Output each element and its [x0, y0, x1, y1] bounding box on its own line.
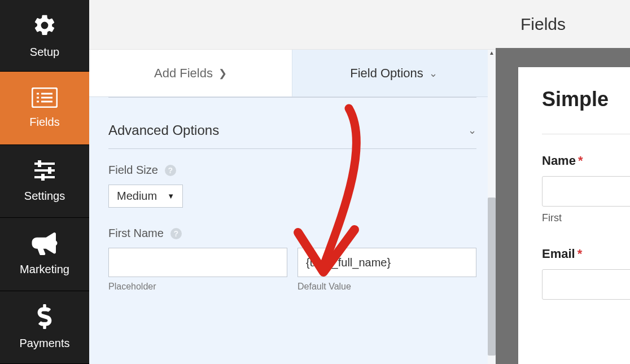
form-preview-card: Simple Name* First Email* — [518, 67, 630, 364]
sidebar-item-setup[interactable]: Setup — [0, 0, 89, 72]
first-name-label: First Name — [108, 227, 164, 240]
bullhorn-icon — [32, 233, 58, 257]
sidebar-label-payments: Payments — [20, 337, 70, 350]
form-title-divider — [542, 134, 630, 134]
preview-column: Fields Simple Name* First Email* — [496, 0, 630, 364]
sidebar-item-fields[interactable]: Fields — [0, 72, 89, 144]
panel-top-separator — [108, 97, 476, 98]
options-header-spacer — [89, 0, 496, 50]
required-star-icon: * — [578, 247, 583, 261]
sidebar-label-settings: Settings — [24, 190, 65, 203]
required-star-icon: * — [578, 154, 583, 168]
field-size-label: Field Size — [108, 164, 158, 177]
field-size-value: Medium — [117, 190, 157, 203]
svg-rect-9 — [34, 169, 55, 172]
svg-rect-7 — [34, 163, 55, 165]
field-options-column: Add Fields ❯ Field Options ⌄ Advanced Op… — [89, 0, 496, 364]
field-size-select[interactable]: Medium ▼ — [108, 185, 183, 208]
preview-name-label-text: Name — [542, 154, 576, 168]
preview-email-label: Email* — [542, 247, 630, 261]
first-name-default-value-input[interactable] — [298, 248, 476, 277]
tab-add-fields-label: Add Fields — [154, 66, 213, 81]
sidebar-label-setup: Setup — [30, 46, 59, 59]
sidebar-item-payments[interactable]: Payments — [0, 291, 89, 364]
chevron-down-icon: ⌄ — [468, 124, 476, 137]
options-panel: Advanced Options ⌄ Field Size ? Medium ▼… — [89, 97, 496, 341]
help-icon[interactable]: ? — [165, 165, 176, 176]
preview-name-sublabel: First — [542, 212, 630, 224]
preview-header: Fields — [496, 0, 630, 48]
gear-icon — [32, 13, 57, 40]
builder-sidebar: Setup Fields — [0, 0, 89, 364]
tab-field-options-label: Field Options — [350, 66, 423, 81]
advanced-options-toggle[interactable]: Advanced Options ⌄ — [108, 111, 476, 149]
form-title: Simple — [542, 87, 630, 111]
tab-add-fields[interactable]: Add Fields ❯ — [89, 50, 292, 97]
scrollbar-up-arrow-icon[interactable]: ▲ — [489, 50, 495, 56]
sidebar-label-fields: Fields — [29, 116, 59, 129]
preview-name-input[interactable] — [542, 176, 630, 207]
form-list-icon — [32, 87, 58, 110]
preview-name-label: Name* — [542, 154, 630, 168]
advanced-options-title: Advanced Options — [108, 122, 219, 138]
chevron-right-icon: ❯ — [218, 67, 227, 80]
preview-email-input[interactable] — [542, 269, 630, 300]
dollar-icon — [36, 304, 53, 331]
sliders-icon — [32, 159, 57, 184]
preview-email-label-text: Email — [542, 247, 575, 261]
svg-rect-10 — [48, 167, 51, 174]
svg-rect-12 — [41, 174, 45, 181]
sidebar-label-marketing: Marketing — [20, 263, 69, 276]
placeholder-sublabel: Placeholder — [108, 282, 287, 292]
svg-rect-8 — [38, 160, 41, 167]
help-icon[interactable]: ? — [170, 228, 182, 239]
first-name-placeholder-input[interactable] — [108, 248, 287, 277]
scrollbar-thumb[interactable] — [488, 198, 496, 356]
options-tabs: Add Fields ❯ Field Options ⌄ — [89, 50, 496, 97]
sidebar-item-marketing[interactable]: Marketing — [0, 218, 89, 291]
chevron-down-icon: ⌄ — [429, 67, 438, 80]
sidebar-item-settings[interactable]: Settings — [0, 145, 89, 218]
tab-field-options[interactable]: Field Options ⌄ — [292, 50, 496, 97]
default-value-sublabel: Default Value — [298, 282, 476, 292]
dropdown-triangle-icon: ▼ — [167, 192, 174, 200]
preview-header-title: Fields — [520, 15, 566, 34]
